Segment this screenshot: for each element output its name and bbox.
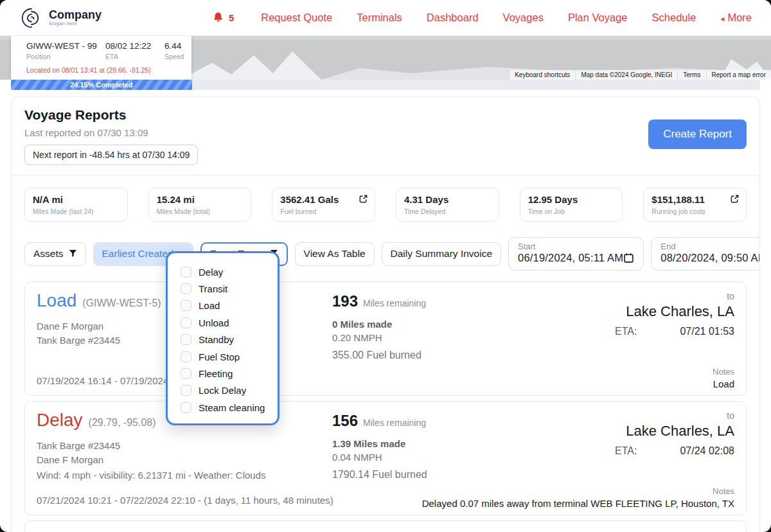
nmph: 0.20 NMPH (332, 332, 561, 343)
miles-made: 1.39 Miles made (332, 438, 561, 449)
notes-label: Notes (713, 367, 734, 377)
app-window: Company Slogan here 5 Request Quote Term… (0, 0, 771, 532)
map-terms[interactable]: Terms (677, 70, 705, 80)
menu-item-label: Unload (199, 317, 229, 328)
start-date-field[interactable]: Start 06/19/2024, 05:11 AM (508, 237, 644, 270)
bell-icon (212, 12, 224, 24)
voyage-progress-fill: 24.15% Completed (11, 80, 192, 90)
menu-item-steam-cleaning[interactable]: Steam cleaning (181, 399, 278, 416)
checkbox[interactable] (181, 351, 191, 362)
nav-request-quote[interactable]: Request Quote (261, 12, 332, 24)
event-subtitle: (29.79, -95.08) (89, 417, 156, 429)
stat-value: 15.24 mi (157, 194, 244, 205)
brand[interactable]: Company Slogan here (19, 6, 102, 30)
nav-plan-voyage[interactable]: Plan Voyage (568, 12, 628, 24)
nav-more-label: More (727, 12, 752, 23)
menu-item-lock-delay[interactable]: Lock Delay (181, 382, 278, 399)
checkbox[interactable] (181, 385, 191, 396)
nav-voyages[interactable]: Voyages (503, 12, 544, 24)
start-date-value: 06/19/2024, 05:11 AM (518, 252, 623, 264)
stat-label: Time Delayed (404, 208, 491, 215)
menu-item-fuel-stop[interactable]: Fuel Stop (181, 348, 278, 365)
report-header: Voyage Reports Last reported on 07/30 13… (24, 107, 747, 165)
nmph: 0.04 NMPH (332, 452, 561, 463)
stat-value: 12.95 Days (528, 194, 615, 205)
fuel-burned: 355.00 Fuel burned (332, 350, 561, 361)
nav-dashboard[interactable]: Dashboard (427, 12, 479, 24)
vessel-speed-label: Speed (164, 53, 184, 60)
eta-label: ETA: (615, 445, 637, 457)
stat-time-delayed: 4.31 Days Time Delayed (396, 188, 499, 222)
menu-item-fleeting[interactable]: Fleeting (181, 365, 278, 382)
miles-remaining-value: 193 (332, 292, 358, 310)
menu-item-label: Delay (199, 267, 223, 278)
menu-item-standby[interactable]: Standby (181, 332, 278, 348)
event-type-label[interactable]: Delay (37, 410, 83, 430)
menu-item-label: Fleeting (199, 368, 233, 379)
menu-item-label: Steam cleaning (199, 402, 265, 413)
checkbox[interactable] (181, 317, 191, 328)
stat-label: Fuel burned (280, 208, 367, 215)
voyage-progress-track: 24.15% Completed (11, 80, 760, 90)
to-label: to (561, 291, 734, 301)
event-card-delay[interactable]: Delay (29.79, -95.08) Tank Barge #23445 … (24, 401, 747, 515)
event-subtitle: (GIWW-WEST-5) (82, 297, 161, 309)
event-card-transit[interactable]: Transit (29.78, -95.08) 155 Miles remain… (24, 520, 747, 532)
last-reported-text: Last reported on 07/30 13:09 (24, 127, 198, 138)
checkbox[interactable] (181, 334, 191, 345)
event-vessel: Tank Barge #23445 (37, 439, 332, 453)
nav-more[interactable]: ◂More (720, 12, 752, 24)
checkbox[interactable] (181, 368, 191, 379)
stats-row: N/A mi Miles Made (last 24) 15.24 mi Mil… (24, 188, 747, 222)
destination: Lake Charles, LA (561, 423, 734, 439)
external-link-icon[interactable] (730, 194, 740, 204)
checkbox[interactable] (181, 283, 191, 294)
menu-item-label: Fuel Stop (199, 351, 240, 362)
more-arrow-icon: ◂ (720, 14, 724, 23)
external-link-icon[interactable] (359, 194, 368, 204)
menu-item-label: Load (199, 300, 220, 311)
map-keyboard-shortcuts[interactable]: Keyboard shortcuts (509, 70, 575, 80)
notes-value: Delayed 0.07 miles away from terminal WE… (422, 498, 734, 509)
notifications-button[interactable]: 5 (212, 12, 234, 24)
checkbox[interactable] (181, 300, 191, 311)
map[interactable]: Google Keyboard shortcuts Map data ©2024… (0, 36, 771, 80)
nav-schedule[interactable]: Schedule (652, 12, 696, 24)
notes-label: Notes (422, 486, 734, 496)
vessel-eta-value: 08/02 12:22 (105, 41, 164, 51)
vessel-eta-label: ETA (105, 53, 164, 60)
event-type-label[interactable]: Load (37, 290, 76, 311)
miles-remaining-label: Miles remaining (363, 418, 426, 428)
company-logo-icon (19, 6, 44, 30)
event-types-menu: Delay Transit Load Unload Standby Fuel S… (166, 251, 279, 425)
create-report-button[interactable]: Create Report (648, 120, 747, 149)
map-data-credit: Map data ©2024 Google, INEGI (575, 70, 677, 80)
menu-item-transit[interactable]: Transit (181, 280, 278, 297)
menu-item-delay[interactable]: Delay (181, 263, 278, 280)
stat-value: 4.31 Days (404, 194, 491, 205)
stat-value: N/A mi (33, 194, 120, 205)
event-weather: Wind: 4 mph - visibility: 6.21371 mi - W… (37, 468, 332, 483)
menu-item-load[interactable]: Load (181, 297, 278, 314)
end-date-field[interactable]: End 08/20/2024, 09:50 AM (651, 237, 760, 270)
event-card-load[interactable]: Load (GIWW-WEST-5) Dane F Morgan Tank Ba… (24, 281, 747, 396)
eta-value: 07/24 02:08 (680, 445, 734, 457)
end-date-value: 08/20/2024, 09:50 AM (660, 252, 760, 264)
notification-count: 5 (229, 12, 234, 23)
voyage-reports-panel: Voyage Reports Last reported on 07/30 13… (11, 96, 760, 532)
checkbox[interactable] (181, 402, 191, 413)
eta-label: ETA: (615, 326, 637, 337)
filter-row: Assets Earliest Created ▲ Event Types Vi… (24, 237, 747, 270)
funnel-icon (69, 250, 77, 258)
daily-summary-invoice-button[interactable]: Daily Summary Invoice (382, 242, 502, 266)
nav-terminals[interactable]: Terminals (357, 12, 402, 24)
menu-item-label: Lock Delay (199, 385, 246, 396)
event-type-label[interactable]: Transit (37, 529, 91, 532)
map-report-error[interactable]: Report a map error (706, 70, 771, 80)
view-as-table-button[interactable]: View As Table (295, 242, 375, 266)
stat-time-on-job: 12.95 Days Time on Job (520, 188, 623, 222)
checkbox[interactable] (181, 267, 191, 278)
assets-filter-button[interactable]: Assets (24, 242, 86, 266)
menu-item-unload[interactable]: Unload (181, 314, 278, 331)
stat-label: Running job costs (651, 208, 738, 215)
